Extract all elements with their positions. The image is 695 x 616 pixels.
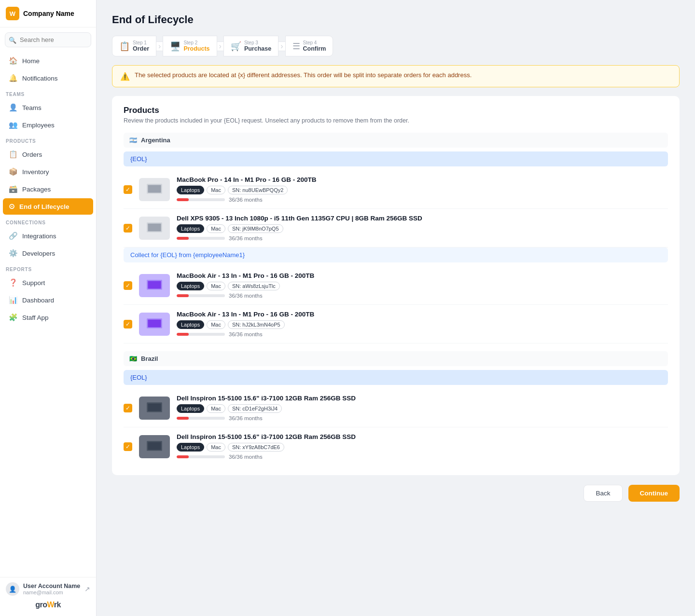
step-confirm-num: Step 4 — [303, 40, 326, 45]
alert-text: The selected products are located at {x}… — [135, 71, 472, 79]
sidebar: W Company Name 🔍 🏠 Home 🔔 Notifications … — [0, 0, 97, 616]
sidebar-item-notifications[interactable]: 🔔 Notifications — [3, 70, 93, 86]
argentina-name: Argentina — [141, 137, 170, 144]
svg-rect-17 — [146, 451, 164, 452]
notifications-icon: 🔔 — [9, 74, 18, 82]
product-name: MacBook Air - 13 In - M1 Pro - 16 GB - 2… — [177, 272, 668, 279]
brazil-flag: 🇧🇷 — [129, 355, 137, 362]
company-name-row[interactable]: W Company Name — [0, 0, 96, 27]
step-order-icon: 📋 — [119, 41, 130, 52]
product-checkbox[interactable]: ✓ — [124, 185, 132, 194]
sidebar-item-orders[interactable]: 📋 Orders — [3, 146, 93, 163]
product-details: MacBook Air - 13 In - M1 Pro - 16 GB - 2… — [177, 272, 668, 299]
lifecycle-bar: 36/36 months — [177, 293, 668, 299]
lifecycle-bar: 36/36 months — [177, 197, 668, 203]
packages-icon: 🗃️ — [9, 185, 18, 193]
tag-laptops: Laptops — [177, 224, 204, 233]
product-tags: Laptops Mac SN: hJ2kL3mN4oP5 — [177, 320, 668, 329]
product-tags: Laptops Mac SN: cD1eF2gH3iJ4 — [177, 404, 668, 413]
tag-mac: Mac — [207, 320, 225, 329]
sidebar-item-developers[interactable]: ⚙️ Developers — [3, 245, 93, 261]
step-products[interactable]: 🖥️ Step 2 Products — [163, 36, 217, 56]
tag-sn: SN: hJ2kL3mN4oP5 — [228, 320, 285, 329]
product-checkbox[interactable]: ✓ — [124, 442, 132, 451]
product-checkbox[interactable]: ✓ — [124, 281, 132, 290]
product-checkbox[interactable]: ✓ — [124, 224, 132, 233]
product-name: Dell XPS 9305 - 13 Inch 1080p - i5 11th … — [177, 215, 668, 222]
lifecycle-bar: 36/36 months — [177, 331, 668, 337]
step-sep-1: › — [156, 41, 163, 51]
home-icon: 🏠 — [9, 56, 18, 65]
sidebar-item-teams[interactable]: 👤 Teams — [3, 99, 93, 116]
search-input[interactable] — [5, 32, 91, 47]
user-email: name@mail.com — [23, 589, 81, 595]
product-name: Dell Inspiron 15-5100 15.6" i3-7100 12GB… — [177, 433, 668, 440]
eol-group-brazil: {EOL} — [124, 370, 668, 385]
sidebar-item-label: Orders — [22, 151, 42, 158]
sidebar-item-label: Integrations — [22, 233, 56, 240]
logout-icon[interactable]: ↗ — [84, 585, 90, 593]
search-icon: 🔍 — [9, 36, 16, 43]
lifecycle-fill — [177, 417, 189, 420]
lifecycle-progress — [177, 417, 225, 420]
product-name: MacBook Pro - 14 In - M1 Pro - 16 GB - 2… — [177, 176, 668, 183]
step-purchase[interactable]: 🛒 Step 3 Purchase — [223, 36, 278, 56]
tag-mac: Mac — [207, 186, 225, 194]
sidebar-bottom: 👤 User Account Name name@mail.com ↗ groW… — [0, 577, 96, 616]
growrk-logo: groWrk — [6, 596, 90, 611]
product-details: MacBook Pro - 14 In - M1 Pro - 16 GB - 2… — [177, 176, 668, 203]
tag-laptops: Laptops — [177, 404, 204, 413]
sidebar-item-integrations[interactable]: 🔗 Integrations — [3, 228, 93, 244]
svg-rect-11 — [146, 328, 164, 329]
lifecycle-text: 36/36 months — [229, 293, 263, 299]
lifecycle-text: 36/36 months — [229, 331, 263, 337]
argentina-flag: 🇦🇷 — [129, 137, 137, 144]
sidebar-item-employees[interactable]: 👥 Employees — [3, 117, 93, 133]
product-tags: Laptops Mac SN: aWs8zLsjuTlc — [177, 282, 668, 290]
stepper: 📋 Step 1 Order › 🖥️ Step 2 Products › 🛒 … — [112, 36, 680, 56]
step-order-num: Step 1 — [133, 40, 149, 45]
product-checkbox[interactable]: ✓ — [124, 404, 132, 412]
sidebar-item-eol[interactable]: ⊙ End of Lifecycle — [3, 198, 93, 215]
step-order[interactable]: 📋 Step 1 Order — [112, 36, 156, 56]
tag-laptops: Laptops — [177, 320, 204, 329]
product-row: ✓ Dell Inspiron 15-5100 15.6" i3-7100 12… — [124, 427, 668, 465]
svg-rect-1 — [148, 185, 161, 192]
sidebar-item-support[interactable]: ❓ Support — [3, 274, 93, 291]
tag-laptops: Laptops — [177, 282, 204, 290]
sidebar-item-inventory[interactable]: 📦 Inventory — [3, 164, 93, 180]
lifecycle-text: 36/36 months — [229, 454, 263, 460]
sidebar-item-label: Inventory — [22, 168, 49, 176]
product-image — [139, 178, 170, 201]
step-sep-3: › — [278, 41, 285, 51]
tag-sn: SN: jK9lM8nO7pQ5 — [228, 224, 283, 233]
brazil-name: Brazil — [141, 355, 158, 362]
tag-sn: SN: nu8UEwBPQQy2 — [228, 186, 288, 194]
product-tags: Laptops Mac SN: jK9lM8nO7pQ5 — [177, 224, 668, 233]
lifecycle-progress — [177, 333, 225, 336]
sidebar-item-label: Teams — [22, 104, 42, 111]
sidebar-item-packages[interactable]: 🗃️ Packages — [3, 181, 93, 197]
product-details: Dell XPS 9305 - 13 Inch 1080p - i5 11th … — [177, 215, 668, 241]
product-checkbox[interactable]: ✓ — [124, 320, 132, 329]
sidebar-item-home[interactable]: 🏠 Home — [3, 53, 93, 69]
sidebar-item-staffapp[interactable]: 🧩 Staff App — [3, 309, 93, 326]
sidebar-item-label: Developers — [22, 250, 55, 257]
support-icon: ❓ — [9, 278, 18, 287]
sidebar-item-label: Home — [22, 57, 40, 65]
continue-button[interactable]: Continue — [628, 485, 680, 502]
product-image — [139, 217, 170, 240]
sidebar-item-label: Notifications — [22, 75, 58, 82]
inventory-icon: 📦 — [9, 167, 18, 176]
sidebar-item-dashboard[interactable]: 📊 Dashboard — [3, 292, 93, 308]
sidebar-item-label: Packages — [22, 186, 51, 193]
tag-laptops: Laptops — [177, 443, 204, 452]
product-details: Dell Inspiron 15-5100 15.6" i3-7100 12GB… — [177, 395, 668, 421]
company-name-label: Company Name — [23, 10, 74, 17]
tag-mac: Mac — [207, 224, 225, 233]
teams-section-label: TEAMS — [0, 87, 96, 99]
back-button[interactable]: Back — [584, 485, 622, 502]
step-confirm[interactable]: ☰ Step 4 Confirm — [285, 36, 334, 56]
svg-rect-13 — [148, 403, 161, 411]
user-name: User Account Name — [23, 583, 81, 589]
